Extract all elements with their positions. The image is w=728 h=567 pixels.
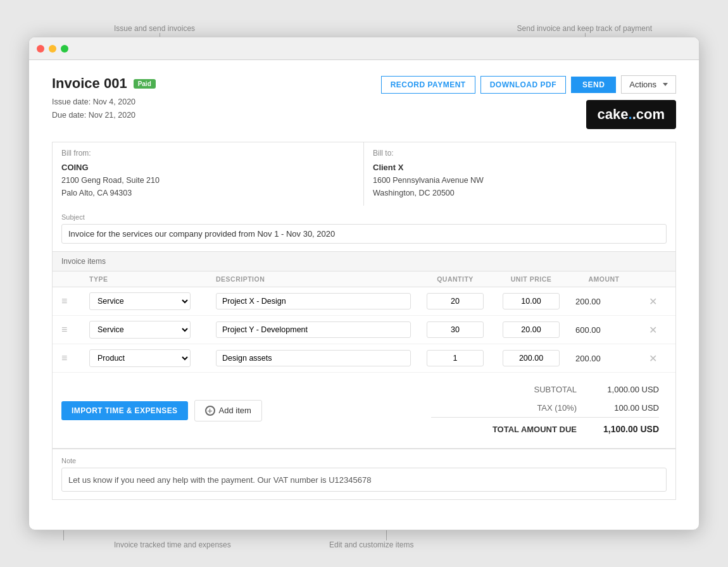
table-row: ≡ Service Product 200.00 ✕ bbox=[53, 344, 675, 373]
browser-window: Invoice 001 Paid Issue date: Nov 4, 2020… bbox=[28, 37, 700, 530]
remove-item-1[interactable]: ✕ bbox=[639, 296, 667, 308]
subtotal-label: SUBTOTAL bbox=[431, 385, 577, 394]
tax-label: TAX (10%) bbox=[431, 403, 577, 413]
issue-date: Nov 4, 2020 bbox=[93, 97, 135, 106]
annotation-bottom-center: Edit and customize items bbox=[329, 540, 413, 549]
bill-from-address: 2100 Geng Road, Suite 210 Palo Alto, CA … bbox=[61, 174, 355, 199]
annotation-bottom-left: Invoice tracked time and expenses bbox=[114, 540, 231, 549]
bill-to-label: Bill to: bbox=[373, 149, 667, 158]
table-row: ≡ Service Product 600.00 ✕ bbox=[53, 316, 675, 344]
subject-input[interactable] bbox=[61, 224, 667, 244]
items-columns-header: TYPE DESCRIPTION QUANTITY UNIT PRICE AMO… bbox=[53, 271, 675, 287]
invoice-items-section: Invoice items TYPE DESCRIPTION QUANTITY … bbox=[52, 252, 676, 449]
record-payment-button[interactable]: RECORD PAYMENT bbox=[381, 76, 475, 94]
description-input-1[interactable] bbox=[216, 293, 411, 309]
invoice-title-area: Invoice 001 Paid Issue date: Nov 4, 2020… bbox=[52, 75, 156, 123]
drag-handle-3[interactable]: ≡ bbox=[61, 352, 89, 364]
due-date: Nov 21, 2020 bbox=[89, 111, 135, 120]
tax-value: 100.00 USD bbox=[577, 403, 659, 413]
add-item-button[interactable]: + Add item bbox=[194, 400, 262, 421]
minimize-dot[interactable] bbox=[49, 45, 56, 53]
add-icon: + bbox=[205, 406, 215, 416]
remove-item-2[interactable]: ✕ bbox=[639, 324, 667, 336]
actions-totals-row: IMPORT TIME & EXPENSES + Add item SUBTOT… bbox=[53, 373, 675, 449]
invoice-actions: RECORD PAYMENT DOWNLOAD PDF SEND Actions bbox=[381, 75, 676, 94]
annotation-top-right: Send invoice and keep track of payment bbox=[517, 24, 652, 33]
subtotal-row: SUBTOTAL 1,000.00 USD bbox=[431, 380, 659, 399]
chevron-down-icon bbox=[663, 83, 668, 86]
tax-row: TAX (10%) 100.00 USD bbox=[431, 399, 659, 417]
issue-date-label: Issue date: bbox=[52, 97, 91, 106]
type-select-1[interactable]: Service Product bbox=[89, 292, 191, 310]
quantity-input-3[interactable] bbox=[427, 350, 484, 366]
annotation-top-left: Issue and send invoices bbox=[114, 24, 195, 33]
col-description-header: DESCRIPTION bbox=[216, 275, 417, 283]
maximize-dot[interactable] bbox=[61, 45, 68, 53]
drag-handle-1[interactable]: ≡ bbox=[61, 296, 89, 307]
send-button[interactable]: SEND bbox=[571, 77, 616, 93]
actions-label: Actions bbox=[629, 80, 656, 89]
bill-from-col: Bill from: COING 2100 Geng Road, Suite 2… bbox=[53, 142, 364, 206]
invoice-dates: Issue date: Nov 4, 2020 Due date: Nov 21… bbox=[52, 96, 156, 123]
subject-section: Subject bbox=[52, 206, 676, 252]
bill-from-name: COING bbox=[61, 163, 355, 172]
table-row: ≡ Service Product 200.00 ✕ bbox=[53, 287, 675, 316]
download-pdf-button[interactable]: DOWNLOAD PDF bbox=[480, 76, 566, 94]
unit-price-input-1[interactable] bbox=[503, 293, 560, 309]
col-drag bbox=[61, 275, 89, 283]
type-select-3[interactable]: Service Product bbox=[89, 349, 191, 367]
quantity-input-1[interactable] bbox=[427, 293, 484, 309]
invoice-title: Invoice 001 bbox=[52, 75, 127, 92]
drag-handle-2[interactable]: ≡ bbox=[61, 324, 89, 335]
note-label: Note bbox=[61, 457, 667, 464]
remove-item-3[interactable]: ✕ bbox=[639, 352, 667, 364]
subtotal-value: 1,000.00 USD bbox=[577, 385, 659, 394]
col-remove-header bbox=[639, 275, 667, 283]
items-header-bar: Invoice items bbox=[53, 252, 675, 271]
totals-col: SUBTOTAL 1,000.00 USD TAX (10%) 100.00 U… bbox=[422, 373, 675, 448]
add-item-label: Add item bbox=[219, 406, 251, 415]
bill-section: Bill from: COING 2100 Geng Road, Suite 2… bbox=[52, 142, 676, 206]
due-date-label: Due date: bbox=[52, 111, 86, 120]
actions-dropdown[interactable]: Actions bbox=[621, 75, 676, 94]
description-input-2[interactable] bbox=[216, 321, 411, 338]
invoice-header: Invoice 001 Paid Issue date: Nov 4, 2020… bbox=[52, 75, 676, 129]
quantity-input-2[interactable] bbox=[427, 321, 484, 338]
description-input-3[interactable] bbox=[216, 350, 411, 366]
bill-to-col: Bill to: Client X 1600 Pennsylvania Aven… bbox=[364, 142, 675, 206]
note-input[interactable] bbox=[61, 468, 667, 492]
total-label: TOTAL AMOUNT DUE bbox=[431, 425, 577, 434]
amount-3: 200.00 bbox=[569, 354, 639, 363]
unit-price-input-2[interactable] bbox=[503, 321, 560, 338]
bill-to-address: 1600 Pennsylvania Avenue NW Washington, … bbox=[373, 174, 667, 199]
total-row: TOTAL AMOUNT DUE 1,100.00 USD bbox=[431, 417, 659, 440]
bill-from-label: Bill from: bbox=[61, 149, 355, 158]
bill-to-name: Client X bbox=[373, 163, 667, 172]
type-select-2[interactable]: Service Product bbox=[89, 321, 191, 339]
total-value: 1,100.00 USD bbox=[577, 424, 659, 434]
amount-2: 600.00 bbox=[569, 325, 639, 335]
import-time-expenses-button[interactable]: IMPORT TIME & EXPENSES bbox=[61, 401, 188, 420]
col-unit-price-header: UNIT PRICE bbox=[493, 275, 569, 283]
col-type-header: TYPE bbox=[89, 275, 216, 283]
amount-1: 200.00 bbox=[569, 297, 639, 306]
actions-left-col: IMPORT TIME & EXPENSES + Add item bbox=[53, 373, 422, 448]
company-logo: cake..com bbox=[586, 100, 676, 129]
col-amount-header: AMOUNT bbox=[569, 275, 639, 283]
col-quantity-header: QUANTITY bbox=[417, 275, 493, 283]
note-section: Note bbox=[53, 449, 675, 499]
subject-label: Subject bbox=[61, 213, 667, 221]
paid-badge: Paid bbox=[134, 79, 156, 89]
close-dot[interactable] bbox=[37, 45, 44, 53]
unit-price-input-3[interactable] bbox=[503, 350, 560, 366]
logo-text: cake..com bbox=[598, 106, 665, 123]
bottom-section: Note bbox=[52, 449, 676, 500]
invoice-content: Invoice 001 Paid Issue date: Nov 4, 2020… bbox=[29, 60, 699, 530]
browser-titlebar bbox=[29, 37, 699, 60]
